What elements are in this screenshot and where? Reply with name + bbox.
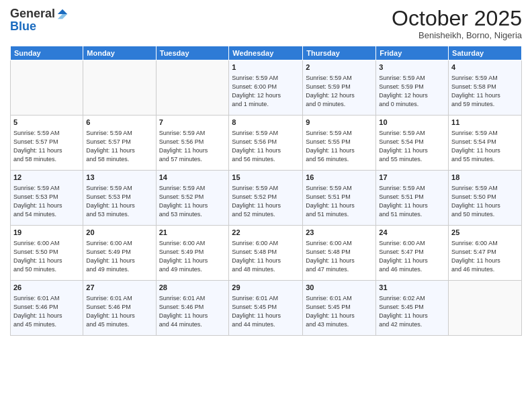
weekday-header: Monday	[83, 46, 156, 60]
day-info: Sunrise: 6:01 AM Sunset: 5:45 PM Dayligh…	[306, 294, 373, 329]
day-number: 1	[232, 62, 300, 73]
day-number: 22	[232, 228, 300, 238]
calendar-week-row: 5Sunrise: 5:59 AM Sunset: 5:57 PM Daylig…	[11, 116, 522, 171]
day-info: Sunrise: 6:00 AM Sunset: 5:49 PM Dayligh…	[159, 239, 226, 274]
location: Benisheikh, Borno, Nigeria	[392, 30, 522, 40]
day-number: 14	[159, 173, 226, 183]
calendar-cell	[11, 60, 83, 116]
day-number: 20	[86, 228, 152, 238]
day-number: 7	[159, 118, 226, 128]
day-info: Sunrise: 5:59 AM Sunset: 5:57 PM Dayligh…	[13, 129, 80, 164]
day-number: 9	[306, 118, 373, 128]
day-number: 3	[379, 62, 445, 73]
day-info: Sunrise: 6:01 AM Sunset: 5:45 PM Dayligh…	[232, 294, 300, 329]
day-info: Sunrise: 6:00 AM Sunset: 5:47 PM Dayligh…	[379, 239, 445, 274]
day-info: Sunrise: 6:01 AM Sunset: 5:46 PM Dayligh…	[86, 294, 152, 329]
day-info: Sunrise: 5:59 AM Sunset: 5:52 PM Dayligh…	[232, 184, 300, 219]
calendar-cell	[449, 281, 522, 336]
day-number: 12	[13, 173, 80, 183]
day-number: 31	[379, 283, 445, 293]
day-info: Sunrise: 5:59 AM Sunset: 5:57 PM Dayligh…	[86, 129, 152, 164]
day-info: Sunrise: 6:00 AM Sunset: 5:47 PM Dayligh…	[451, 239, 519, 274]
day-number: 21	[159, 228, 226, 238]
day-info: Sunrise: 5:59 AM Sunset: 5:59 PM Dayligh…	[306, 74, 373, 109]
calendar-week-row: 19Sunrise: 6:00 AM Sunset: 5:50 PM Dayli…	[11, 226, 522, 281]
day-number: 23	[306, 228, 373, 238]
calendar-cell: 9Sunrise: 5:59 AM Sunset: 5:55 PM Daylig…	[303, 116, 376, 171]
day-number: 6	[86, 118, 152, 128]
day-number: 29	[232, 283, 300, 293]
calendar-cell: 26Sunrise: 6:01 AM Sunset: 5:46 PM Dayli…	[11, 281, 83, 336]
day-info: Sunrise: 5:59 AM Sunset: 5:54 PM Dayligh…	[451, 129, 519, 164]
day-info: Sunrise: 5:59 AM Sunset: 5:59 PM Dayligh…	[379, 74, 445, 109]
day-info: Sunrise: 5:59 AM Sunset: 5:52 PM Dayligh…	[159, 184, 226, 219]
calendar-week-row: 1Sunrise: 5:59 AM Sunset: 6:00 PM Daylig…	[11, 60, 522, 116]
calendar-cell: 15Sunrise: 5:59 AM Sunset: 5:52 PM Dayli…	[229, 171, 303, 226]
calendar-cell: 8Sunrise: 5:59 AM Sunset: 5:56 PM Daylig…	[229, 116, 303, 171]
calendar-cell: 12Sunrise: 5:59 AM Sunset: 5:53 PM Dayli…	[11, 171, 83, 226]
day-info: Sunrise: 6:00 AM Sunset: 5:48 PM Dayligh…	[232, 239, 300, 274]
logo-icon	[56, 8, 69, 20]
day-number: 28	[159, 283, 226, 293]
day-number: 10	[379, 118, 445, 128]
day-info: Sunrise: 5:59 AM Sunset: 5:53 PM Dayligh…	[86, 184, 152, 219]
logo: General Blue	[10, 7, 69, 34]
weekday-header: Wednesday	[229, 46, 303, 60]
calendar-cell: 1Sunrise: 5:59 AM Sunset: 6:00 PM Daylig…	[229, 60, 303, 116]
calendar-cell: 27Sunrise: 6:01 AM Sunset: 5:46 PM Dayli…	[83, 281, 156, 336]
day-number: 5	[13, 118, 80, 128]
calendar-cell: 19Sunrise: 6:00 AM Sunset: 5:50 PM Dayli…	[11, 226, 83, 281]
day-info: Sunrise: 6:00 AM Sunset: 5:49 PM Dayligh…	[86, 239, 152, 274]
calendar-cell: 28Sunrise: 6:01 AM Sunset: 5:46 PM Dayli…	[156, 281, 229, 336]
day-info: Sunrise: 6:01 AM Sunset: 5:46 PM Dayligh…	[13, 294, 80, 329]
day-number: 4	[451, 62, 519, 73]
calendar-week-row: 26Sunrise: 6:01 AM Sunset: 5:46 PM Dayli…	[11, 281, 522, 336]
svg-marker-1	[58, 14, 67, 19]
calendar-cell: 16Sunrise: 5:59 AM Sunset: 5:51 PM Dayli…	[303, 171, 376, 226]
day-number: 30	[306, 283, 373, 293]
logo-blue-text: Blue	[10, 19, 36, 33]
calendar-cell: 18Sunrise: 5:59 AM Sunset: 5:50 PM Dayli…	[449, 171, 522, 226]
calendar-cell: 14Sunrise: 5:59 AM Sunset: 5:52 PM Dayli…	[156, 171, 229, 226]
calendar-cell: 3Sunrise: 5:59 AM Sunset: 5:59 PM Daylig…	[376, 60, 449, 116]
day-info: Sunrise: 5:59 AM Sunset: 5:51 PM Dayligh…	[306, 184, 373, 219]
calendar-cell: 2Sunrise: 5:59 AM Sunset: 5:59 PM Daylig…	[303, 60, 376, 116]
calendar-cell: 24Sunrise: 6:00 AM Sunset: 5:47 PM Dayli…	[376, 226, 449, 281]
calendar-cell: 5Sunrise: 5:59 AM Sunset: 5:57 PM Daylig…	[11, 116, 83, 171]
day-info: Sunrise: 6:00 AM Sunset: 5:48 PM Dayligh…	[306, 239, 373, 274]
calendar-cell: 31Sunrise: 6:02 AM Sunset: 5:45 PM Dayli…	[376, 281, 449, 336]
day-number: 25	[451, 228, 519, 238]
page: General Blue October 2025 Benisheikh, Bo…	[0, 0, 532, 411]
day-number: 18	[451, 173, 519, 183]
day-info: Sunrise: 5:59 AM Sunset: 5:56 PM Dayligh…	[232, 129, 300, 164]
calendar-cell: 20Sunrise: 6:00 AM Sunset: 5:49 PM Dayli…	[83, 226, 156, 281]
calendar-cell: 25Sunrise: 6:00 AM Sunset: 5:47 PM Dayli…	[449, 226, 522, 281]
day-info: Sunrise: 5:59 AM Sunset: 5:54 PM Dayligh…	[379, 129, 445, 164]
calendar-cell	[83, 60, 156, 116]
title-block: October 2025 Benisheikh, Borno, Nigeria	[392, 7, 522, 40]
weekday-header: Sunday	[11, 46, 83, 60]
calendar-cell: 4Sunrise: 5:59 AM Sunset: 5:58 PM Daylig…	[449, 60, 522, 116]
day-number: 27	[86, 283, 152, 293]
day-info: Sunrise: 5:59 AM Sunset: 6:00 PM Dayligh…	[232, 74, 300, 109]
day-info: Sunrise: 5:59 AM Sunset: 5:58 PM Dayligh…	[451, 74, 519, 109]
day-number: 19	[13, 228, 80, 238]
day-info: Sunrise: 5:59 AM Sunset: 5:56 PM Dayligh…	[159, 129, 226, 164]
header: General Blue October 2025 Benisheikh, Bo…	[10, 7, 522, 40]
weekday-header: Friday	[376, 46, 449, 60]
day-number: 2	[306, 62, 373, 73]
month-title: October 2025	[392, 7, 522, 30]
calendar-cell: 13Sunrise: 5:59 AM Sunset: 5:53 PM Dayli…	[83, 171, 156, 226]
calendar-cell	[156, 60, 229, 116]
calendar-cell: 11Sunrise: 5:59 AM Sunset: 5:54 PM Dayli…	[449, 116, 522, 171]
day-number: 17	[379, 173, 445, 183]
day-number: 11	[451, 118, 519, 128]
day-number: 13	[86, 173, 152, 183]
day-number: 15	[232, 173, 300, 183]
weekday-header: Thursday	[303, 46, 376, 60]
day-number: 8	[232, 118, 300, 128]
day-info: Sunrise: 5:59 AM Sunset: 5:53 PM Dayligh…	[13, 184, 80, 219]
calendar-cell: 23Sunrise: 6:00 AM Sunset: 5:48 PM Dayli…	[303, 226, 376, 281]
calendar-cell: 7Sunrise: 5:59 AM Sunset: 5:56 PM Daylig…	[156, 116, 229, 171]
weekday-header: Tuesday	[156, 46, 229, 60]
